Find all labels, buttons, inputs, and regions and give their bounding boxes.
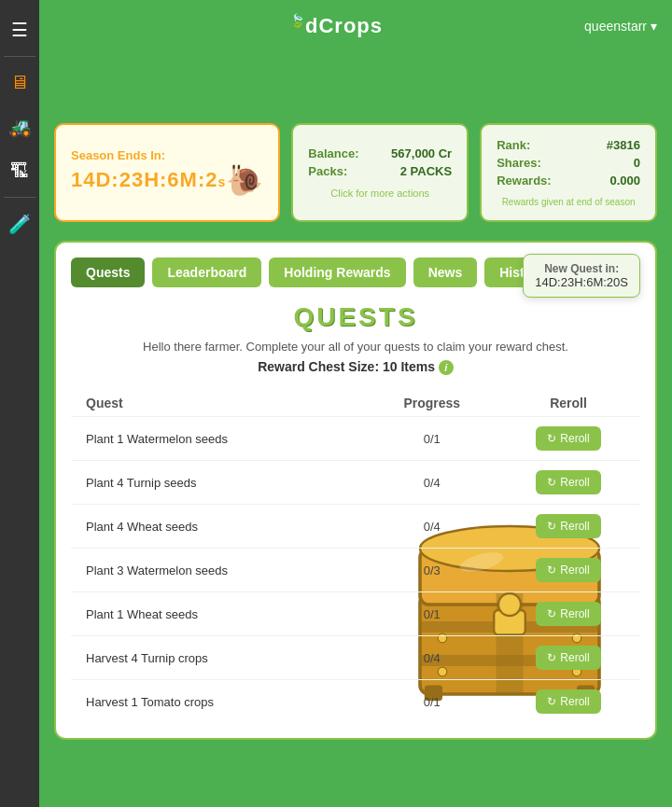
packs-label: Packs: [308,164,347,178]
quests-table: Quest Progress Reroll Plant 1 Watermelon… [71,390,640,723]
sidebar-monitor-icon[interactable]: 🖥 [0,64,39,101]
user-menu[interactable]: queenstarr ▾ [584,19,657,34]
reroll-icon: ↻ [547,432,556,445]
table-row: Harvest 1 Tomato crops 0/1 ↻ Reroll [71,680,640,724]
stats-row: Season Ends In: 14D:23H:6M:2s 🐌 Balance:… [54,123,657,222]
reroll-button[interactable]: ↻ Reroll [536,514,600,538]
reroll-cell: ↻ Reroll [497,461,640,505]
shares-row: Shares: 0 [497,156,640,170]
user-caret-icon: ▾ [651,19,657,34]
packs-row: Packs: 2 PACKS [308,164,452,178]
reroll-button[interactable]: ↻ Reroll [536,602,600,626]
reroll-cell: ↻ Reroll [497,549,640,592]
new-quest-label: New Quest in: [535,262,628,275]
sidebar-warehouse-icon[interactable]: 🏗 [0,153,39,189]
quest-progress: 0/1 [368,592,497,636]
main-content: Season Ends In: 14D:23H:6M:2s 🐌 Balance:… [39,99,672,807]
logo-text: dCrops [305,14,383,38]
table-row: Plant 4 Turnip seeds 0/4 ↻ Reroll [71,461,640,505]
reroll-button[interactable]: ↻ Reroll [536,689,600,714]
shares-value: 0 [634,156,640,170]
sidebar-tractor-icon[interactable]: 🚜 [0,108,39,146]
reroll-button[interactable]: ↻ Reroll [536,646,600,670]
quest-name: Plant 4 Wheat seeds [71,505,368,549]
reroll-button[interactable]: ↻ Reroll [536,558,600,582]
table-row: Harvest 4 Turnip crops 0/4 ↻ Reroll [71,636,640,680]
new-quest-timer: 14D:23H:6M:20S [535,275,628,289]
top-navbar: ☰ 🍃 dCrops queenstarr ▾ [0,0,672,52]
logo-leaf-icon: 🍃 [289,13,305,28]
balance-card[interactable]: Balance: 567,000 Cr Packs: 2 PACKS Click… [291,123,469,222]
quest-name: Harvest 1 Tomato crops [71,680,368,724]
quest-progress: 0/4 [368,461,497,505]
snail-icon: 🐌 [226,162,263,198]
logo: 🍃 dCrops [289,14,383,38]
season-timer-value: 14D:23H:6M:2 [71,168,218,191]
tab-quests[interactable]: Quests [71,257,145,287]
sidebar-divider-2 [4,197,35,198]
rank-value: #3816 [607,138,640,152]
reroll-icon: ↻ [547,564,556,577]
rank-card: Rank: #3816 Shares: 0 Rewards: 0.000 Rew… [480,123,657,222]
quests-panel: Quests Leaderboard Holding Rewards News … [54,241,657,740]
table-header-row: Quest Progress Reroll [71,390,640,417]
username-label: queenstarr [584,19,647,34]
reroll-icon: ↻ [547,476,556,489]
rewards-row: Rewards: 0.000 [497,174,640,188]
quest-name: Plant 1 Watermelon seeds [71,417,368,461]
reroll-cell: ↻ Reroll [497,505,640,549]
sidebar: ☰ 🖥 🚜 🏗 🧪 [0,0,39,807]
sidebar-tools-icon[interactable]: 🧪 [0,205,39,243]
reward-chest-label: Reward Chest Size: 10 Items [258,359,435,374]
quests-title: QUESTS [71,302,640,332]
new-quest-tooltip: New Quest in: 14D:23H:6M:20S [523,254,640,298]
info-icon[interactable]: i [439,360,454,375]
more-actions-link[interactable]: Click for more actions [308,188,452,199]
quest-progress: 0/1 [368,680,497,724]
quest-name: Plant 3 Watermelon seeds [71,549,368,592]
quest-progress: 0/3 [368,549,497,592]
reroll-icon: ↻ [547,651,556,664]
reroll-cell: ↻ Reroll [497,417,640,461]
sidebar-divider-1 [4,56,35,57]
col-reroll: Reroll [497,390,640,417]
reroll-button[interactable]: ↻ Reroll [536,426,600,451]
season-timer: 14D:23H:6M:2s [71,168,226,192]
rank-note: Rewards given at end of season [497,197,640,207]
quest-progress: 0/4 [368,505,497,549]
tab-news[interactable]: News [413,257,478,287]
quests-subtitle: Hello there farmer. Complete your all of… [71,340,640,354]
quest-name: Plant 1 Wheat seeds [71,592,368,636]
reroll-icon: ↻ [547,520,556,533]
rank-label: Rank: [497,138,530,152]
packs-value: 2 PACKS [400,164,452,178]
table-row: Plant 4 Wheat seeds 0/4 ↻ Reroll [71,505,640,549]
season-label: Season Ends In: [71,148,263,162]
tab-leaderboard[interactable]: Leaderboard [152,257,261,287]
balance-label: Balance: [308,146,358,160]
reward-chest-size: Reward Chest Size: 10 Items i [71,359,640,375]
balance-value: 567,000 Cr [391,146,452,160]
rank-row: Rank: #3816 [497,138,640,152]
reroll-cell: ↻ Reroll [497,636,640,680]
season-seconds: s [218,174,227,189]
quest-progress: 0/4 [368,636,497,680]
shares-label: Shares: [497,156,541,170]
sidebar-hamburger[interactable]: ☰ [0,11,39,49]
reroll-cell: ↻ Reroll [497,592,640,636]
quest-progress: 0/1 [368,417,497,461]
reroll-icon: ↻ [547,695,556,708]
green-banner [0,52,672,99]
quest-name: Plant 4 Turnip seeds [71,461,368,505]
col-quest: Quest [71,390,368,417]
reroll-icon: ↻ [547,607,556,620]
balance-row: Balance: 567,000 Cr [308,146,452,160]
reroll-button[interactable]: ↻ Reroll [536,470,600,494]
rewards-label: Rewards: [497,174,552,188]
reroll-cell: ↻ Reroll [497,680,640,724]
season-card: Season Ends In: 14D:23H:6M:2s 🐌 [54,123,280,222]
table-row: Plant 1 Wheat seeds 0/1 ↻ Reroll [71,592,640,636]
tab-holding-rewards[interactable]: Holding Rewards [269,257,405,287]
table-row: Plant 3 Watermelon seeds 0/3 ↻ Reroll [71,549,640,592]
quest-name: Harvest 4 Turnip crops [71,636,368,680]
